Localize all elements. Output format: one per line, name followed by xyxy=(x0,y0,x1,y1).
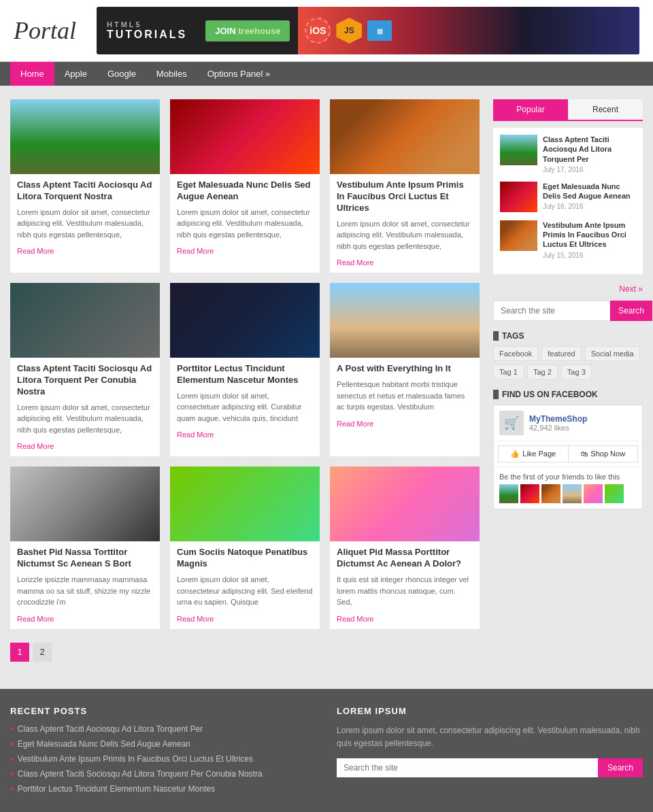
article-excerpt: Lorem ipsum dolor sit amet, consectetur … xyxy=(337,218,473,252)
read-more-link[interactable]: Read More xyxy=(337,258,373,267)
footer-search: Search xyxy=(337,758,643,777)
article-card: Vestibulum Ante Ipsum Primis In Faucibus… xyxy=(330,99,480,273)
article-card: Porttitor Lectus Tincidunt Elementum Nas… xyxy=(170,283,320,456)
nav-link-apple[interactable]: Apple xyxy=(54,62,97,86)
logo[interactable]: Portal xyxy=(14,16,76,45)
tag[interactable]: Social media xyxy=(585,346,640,361)
footer-post-link[interactable]: Eget Malesuada Nunc Delis Sed Augue Aene… xyxy=(18,739,190,749)
footer-posts-list: Class Aptent Taciti Aociosqu Ad Litora T… xyxy=(10,724,316,794)
article-image xyxy=(330,283,480,358)
sidebar: Popular Recent Class Aptent Taciti Aocio… xyxy=(493,99,643,675)
content-area: Class Aptent Taciti Aociosqu Ad Litora T… xyxy=(10,99,480,675)
tab-recent[interactable]: Recent xyxy=(568,99,643,120)
article-title[interactable]: Aliquet Pid Massa Porttitor Dictumst Ac … xyxy=(337,547,473,570)
article-image xyxy=(170,99,320,174)
article-title[interactable]: Vestibulum Ante Ipsum Primis In Faucibus… xyxy=(337,180,473,214)
read-more-link[interactable]: Read More xyxy=(17,247,54,255)
nav-link-options-panel-»[interactable]: Options Panel » xyxy=(197,62,281,86)
read-more-link[interactable]: Read More xyxy=(17,615,54,623)
article-image xyxy=(330,467,480,541)
article-title[interactable]: Class Aptent Taciti Aociosqu Ad Litora T… xyxy=(17,180,153,203)
popular-item-date: July 17, 2016 xyxy=(543,166,636,173)
article-excerpt: Pellentesque habitant morbi tristique se… xyxy=(337,379,473,413)
next-link[interactable]: Next » xyxy=(493,284,643,294)
article-excerpt: Lorem ipsum dolor sit amet, consecteteur… xyxy=(177,574,313,608)
article-excerpt: It quis est sit integer rhoncus integer … xyxy=(337,574,473,608)
article-card: Bashet Pid Nassa Torttitor Nictumst Sc A… xyxy=(10,467,160,628)
footer-widgets: RECENT POSTS Class Aptent Taciti Aociosq… xyxy=(0,689,653,812)
article-body: Porttitor Lectus Tincidunt Elementum Nas… xyxy=(170,358,320,445)
popular-item: Vestibulum Ante Ipsum Primis In Faucibus… xyxy=(500,220,636,259)
facebook-box: 🛒 MyThemeShop 42,942 likes 👍 Like Page 🛍… xyxy=(493,405,643,509)
article-title[interactable]: Class Aptent Taciti Sociosqu Ad Litora T… xyxy=(17,363,153,398)
nav-link-home[interactable]: Home xyxy=(10,62,54,86)
read-more-link[interactable]: Read More xyxy=(177,615,214,623)
tag[interactable]: Facebook xyxy=(493,346,538,361)
article-excerpt: Lorem ipsum dolor sit amet, consectetuer… xyxy=(177,390,313,424)
popular-item-title[interactable]: Vestibulum Ante Ipsum Primis In Faucibus… xyxy=(543,220,636,250)
read-more-link[interactable]: Read More xyxy=(337,615,373,623)
article-image xyxy=(10,283,160,358)
site-header: Portal HTML5 TUTORIALS JOIN treehouse iO… xyxy=(0,0,653,62)
read-more-link[interactable]: Read More xyxy=(337,420,373,428)
footer-search-button[interactable]: Search xyxy=(598,758,643,777)
tag[interactable]: Tag 2 xyxy=(527,365,558,379)
read-more-link[interactable]: Read More xyxy=(17,442,54,450)
footer-recent-posts: RECENT POSTS Class Aptent Taciti Aociosq… xyxy=(10,706,316,799)
fb-like-btn[interactable]: 👍 Like Page xyxy=(498,445,569,462)
footer-post-item: Class Aptent Taciti Aociosqu Ad Litora T… xyxy=(10,724,316,734)
popular-item-title[interactable]: Class Aptent Taciti Aociosqu Ad Litora T… xyxy=(543,135,636,164)
sidebar-search-input[interactable] xyxy=(493,301,610,321)
article-excerpt: Lorem ipsum dolor sit amet, consectetur … xyxy=(177,207,313,241)
article-card: Eget Malesuada Nunc Delis Sed Augue Aene… xyxy=(170,99,320,273)
read-more-link[interactable]: Read More xyxy=(177,247,214,255)
article-grid: Class Aptent Taciti Aociosqu Ad Litora T… xyxy=(10,99,480,629)
popular-items: Class Aptent Taciti Aociosqu Ad Litora T… xyxy=(493,128,643,274)
nav-item-google[interactable]: Google xyxy=(97,62,146,86)
popular-item-date: July 16, 2016 xyxy=(543,203,636,210)
popular-item-date: July 15, 2016 xyxy=(543,252,636,259)
nav-item-options-panel-»[interactable]: Options Panel » xyxy=(197,62,281,86)
sidebar-tabs: Popular Recent xyxy=(493,99,643,121)
nav-item-apple[interactable]: Apple xyxy=(54,62,97,86)
footer-post-item: Porttitor Lectus Tincidunt Elementum Nas… xyxy=(10,784,316,794)
fb-profile: 🛒 MyThemeShop 42,942 likes xyxy=(494,405,642,441)
fb-avatar: 🛒 xyxy=(499,411,524,435)
fb-friends: Be the first of your friends to like thi… xyxy=(494,467,642,509)
nav-link-mobiles[interactable]: Mobiles xyxy=(146,62,197,86)
tag[interactable]: Tag 1 xyxy=(493,365,524,379)
page-btn-1[interactable]: 1 xyxy=(10,643,29,662)
article-title[interactable]: Porttitor Lectus Tincidunt Elementum Nas… xyxy=(177,363,313,386)
read-more-link[interactable]: Read More xyxy=(177,430,214,439)
nav-item-home[interactable]: Home xyxy=(10,62,54,86)
main-nav: HomeAppleGoogleMobilesOptions Panel » xyxy=(0,62,653,86)
footer-post-link[interactable]: Vestibulum Ante Ipsum Primis In Faucibus… xyxy=(18,754,253,764)
sidebar-search-button[interactable]: Search xyxy=(610,301,652,321)
footer-search-input[interactable] xyxy=(337,758,598,777)
nav-link-google[interactable]: Google xyxy=(97,62,146,86)
popular-item-image xyxy=(500,135,537,165)
fb-page-name[interactable]: MyThemeShop xyxy=(529,414,587,424)
tag[interactable]: Tag 3 xyxy=(561,365,592,379)
nav-item-mobiles[interactable]: Mobiles xyxy=(146,62,197,86)
fb-likes: 42,942 likes xyxy=(529,424,587,432)
footer-inner: RECENT POSTS Class Aptent Taciti Aociosq… xyxy=(0,706,653,799)
tag[interactable]: featured xyxy=(541,346,581,361)
banner-ad: HTML5 TUTORIALS JOIN treehouse iOS JS ▦ xyxy=(97,7,639,54)
tab-popular[interactable]: Popular xyxy=(493,99,568,120)
article-image xyxy=(330,99,480,174)
article-card: Cum Sociis Natoque Penatibus MagnisLorem… xyxy=(170,467,320,628)
article-excerpt: Lorem ipsum dolor sit amet, consectetur … xyxy=(17,402,153,436)
article-title[interactable]: Eget Malesuada Nunc Delis Sed Augue Aene… xyxy=(177,180,313,203)
footer-post-link[interactable]: Porttitor Lectus Tincidunt Elementum Nas… xyxy=(18,784,215,794)
footer-lorem: LOREM IPSUM Lorem ipsum dolor sit amet, … xyxy=(337,706,643,799)
footer-post-link[interactable]: Class Aptent Taciti Sociosqu Ad Litora T… xyxy=(18,769,263,779)
article-title[interactable]: Bashet Pid Nassa Torttitor Nictumst Sc A… xyxy=(17,547,153,570)
fb-shop-btn[interactable]: 🛍 Shop Now xyxy=(569,445,639,462)
article-title[interactable]: Cum Sociis Natoque Penatibus Magnis xyxy=(177,547,313,570)
popular-item-title[interactable]: Eget Malesuada Nunc Delis Sed Augue Aene… xyxy=(543,182,636,201)
article-title[interactable]: A Post with Everything In It xyxy=(337,363,473,375)
footer-post-link[interactable]: Class Aptent Taciti Aociosqu Ad Litora T… xyxy=(18,724,203,734)
article-image xyxy=(10,99,160,174)
page-btn-2[interactable]: 2 xyxy=(33,643,52,662)
